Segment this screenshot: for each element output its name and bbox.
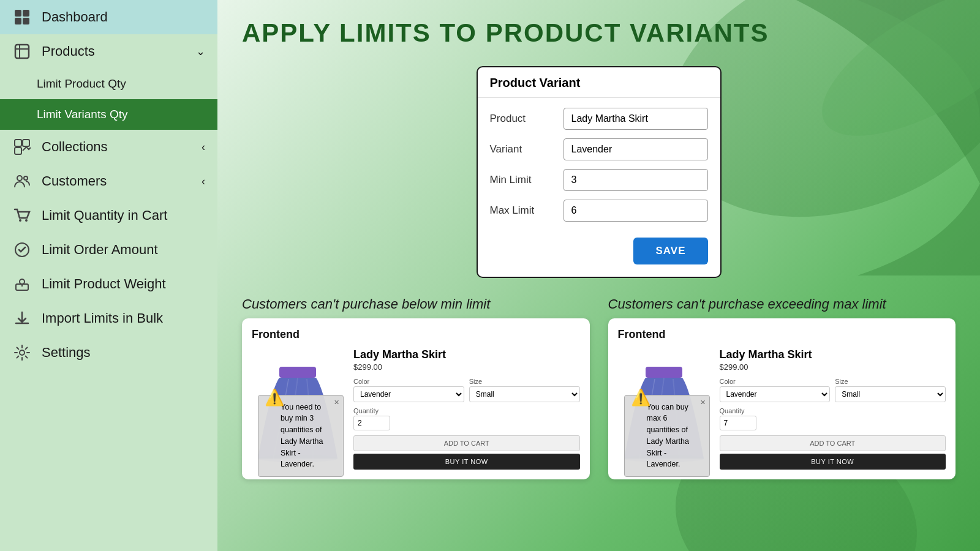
svg-rect-8 xyxy=(23,140,29,146)
max-limit-label: Max Limit xyxy=(490,204,564,217)
frontend-card-right: Frontend xyxy=(608,318,956,479)
svg-point-12 xyxy=(19,219,21,222)
qty-label-left: Quantity xyxy=(353,407,580,414)
sidebar-item-label: Limit Product Qty xyxy=(37,77,126,91)
svg-point-11 xyxy=(24,176,28,180)
page-title: APPLY LIMITS TO PRODUCT VARIANTS xyxy=(242,18,956,48)
sidebar-item-settings[interactable]: Settings xyxy=(0,335,217,370)
chevron-left-icon: ‹ xyxy=(202,175,205,188)
max-limit-input[interactable] xyxy=(564,200,708,222)
sidebar-item-label: Limit Product Weight xyxy=(42,276,166,292)
warning-text-right: You can buy max 6 quantities of Lady Mar… xyxy=(647,403,689,469)
sidebar-item-label: Products xyxy=(42,43,95,59)
sidebar-item-label: Limit Variants Qty xyxy=(37,108,128,121)
sidebar-item-import-limits[interactable]: Import Limits in Bulk xyxy=(0,301,217,335)
svg-rect-22 xyxy=(646,367,682,378)
product-details-left: Lady Martha Skirt $299.00 Color Lavender… xyxy=(353,348,580,470)
sidebar-item-limit-product-qty[interactable]: Limit Product Qty xyxy=(0,69,217,99)
svg-rect-3 xyxy=(23,18,29,24)
collections-icon xyxy=(12,138,32,156)
frontend-card-left: Frontend xyxy=(242,318,590,479)
sidebar-item-limit-variants-qty[interactable]: Limit Variants Qty xyxy=(0,99,217,130)
warning-text-left: You need to buy min 3 quantities of Lady… xyxy=(281,403,323,469)
main-content: APPLY LIMITS TO PRODUCT VARIANTS Product… xyxy=(217,0,980,551)
svg-rect-20 xyxy=(279,367,316,378)
frontend-header-right: Frontend xyxy=(618,328,946,341)
svg-rect-9 xyxy=(15,148,21,154)
size-select-left[interactable]: Small xyxy=(469,386,580,402)
customers-icon xyxy=(12,173,32,190)
color-label-left: Color xyxy=(353,378,464,385)
buy-now-left[interactable]: BUY IT NOW xyxy=(353,454,580,470)
svg-rect-4 xyxy=(15,45,29,58)
min-limit-input[interactable] xyxy=(564,169,708,191)
product-label: Product xyxy=(490,113,564,125)
product-details-right: Lady Martha Skirt $299.00 Color Lavender… xyxy=(720,348,946,470)
preview-left-caption: Customers can't purchase below min limit xyxy=(242,296,590,312)
product-price-right: $299.00 xyxy=(720,362,946,372)
svg-rect-0 xyxy=(15,10,21,17)
sidebar-item-collections[interactable]: Collections ‹ xyxy=(0,130,217,164)
variant-label: Variant xyxy=(490,143,564,156)
sidebar-item-label: Limit Order Amount xyxy=(42,242,158,258)
product-price-left: $299.00 xyxy=(353,362,580,372)
product-image-right: ⚠️ ✕ You can buy max 6 quantities of Lad… xyxy=(618,348,710,465)
svg-point-18 xyxy=(20,350,24,355)
sidebar-item-label: Dashboard xyxy=(42,9,108,25)
color-select-left[interactable]: Lavender xyxy=(353,386,464,402)
products-icon xyxy=(12,43,32,60)
svg-rect-1 xyxy=(23,10,29,17)
preview-right: Customers can't purchase exceeding max l… xyxy=(608,296,956,479)
settings-icon xyxy=(12,344,32,361)
sidebar-item-label: Import Limits in Bulk xyxy=(42,310,163,326)
sidebar-item-label: Settings xyxy=(42,345,91,361)
svg-point-10 xyxy=(17,176,22,181)
qty-label-right: Quantity xyxy=(720,407,946,414)
weight-icon xyxy=(12,276,32,293)
sidebar-item-label: Customers xyxy=(42,173,107,189)
sidebar: Dashboard Products ⌄ Limit Product Qty L… xyxy=(0,0,217,551)
size-select-right[interactable]: Small xyxy=(835,386,946,402)
chevron-down-icon: ⌄ xyxy=(196,45,205,58)
import-icon xyxy=(12,310,32,327)
preview-left: Customers can't purchase below min limit… xyxy=(242,296,590,479)
variant-card-title: Product Variant xyxy=(478,67,720,98)
sidebar-item-dashboard[interactable]: Dashboard xyxy=(0,0,217,34)
close-icon-right[interactable]: ✕ xyxy=(700,397,706,408)
sidebar-item-products[interactable]: Products ⌄ xyxy=(0,34,217,69)
order-icon xyxy=(12,241,32,258)
variant-card: Product Variant Product Variant Min Limi… xyxy=(477,66,722,278)
close-icon-left[interactable]: ✕ xyxy=(334,397,339,408)
qty-input-left[interactable] xyxy=(353,416,390,430)
previews-row: Customers can't purchase below min limit… xyxy=(242,296,956,479)
product-input[interactable] xyxy=(564,108,708,130)
frontend-header-left: Frontend xyxy=(252,328,580,341)
sidebar-item-limit-qty-cart[interactable]: Limit Quantity in Cart xyxy=(0,198,217,233)
qty-input-right[interactable] xyxy=(720,416,756,430)
dashboard-icon xyxy=(12,9,32,26)
add-to-cart-right[interactable]: ADD TO CART xyxy=(720,435,946,451)
add-to-cart-left[interactable]: ADD TO CART xyxy=(353,435,580,451)
sidebar-item-label: Limit Quantity in Cart xyxy=(42,208,167,223)
size-label-left: Size xyxy=(469,378,580,385)
preview-right-caption: Customers can't purchase exceeding max l… xyxy=(608,296,956,312)
variant-input[interactable] xyxy=(564,138,708,160)
sidebar-item-label: Collections xyxy=(42,139,108,155)
product-name-right: Lady Martha Skirt xyxy=(720,348,946,361)
size-label-right: Size xyxy=(835,378,946,385)
product-name-left: Lady Martha Skirt xyxy=(353,348,580,361)
min-limit-label: Min Limit xyxy=(490,174,564,186)
product-image-left: ⚠️ ✕ You need to buy min 3 quantities of… xyxy=(252,348,344,465)
svg-rect-2 xyxy=(15,18,21,24)
save-button[interactable]: SAVE xyxy=(633,238,707,264)
buy-now-right[interactable]: BUY IT NOW xyxy=(720,454,946,470)
svg-point-15 xyxy=(20,279,24,284)
sidebar-item-customers[interactable]: Customers ‹ xyxy=(0,164,217,198)
sidebar-item-limit-weight[interactable]: Limit Product Weight xyxy=(0,267,217,301)
sidebar-item-limit-order-amount[interactable]: Limit Order Amount xyxy=(0,233,217,267)
cart-icon xyxy=(12,207,32,224)
svg-point-13 xyxy=(25,219,28,222)
svg-rect-7 xyxy=(15,140,21,146)
chevron-left-icon: ‹ xyxy=(202,141,205,154)
color-select-right[interactable]: Lavender xyxy=(720,386,831,402)
